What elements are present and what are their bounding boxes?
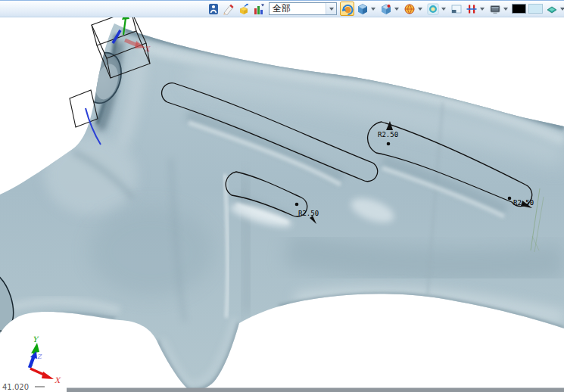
sketch-point[interactable] bbox=[295, 203, 299, 207]
face-color-blue-swatch[interactable] bbox=[528, 4, 543, 14]
shaded-view-icon[interactable] bbox=[379, 2, 393, 16]
material-gem-icon[interactable] bbox=[544, 2, 559, 16]
edge-color-black-swatch[interactable] bbox=[512, 4, 526, 14]
extrude-box-icon[interactable] bbox=[236, 2, 251, 16]
status-readout: 41.020 bbox=[2, 383, 29, 391]
triad-y-label: Y bbox=[33, 335, 39, 344]
selection-filter-value: 全部 bbox=[270, 2, 326, 15]
material-gem-dropdown[interactable] bbox=[560, 8, 564, 11]
cad-application-window: Y X R2.50 R2.50 bbox=[0, 0, 564, 392]
clip-section-icon[interactable] bbox=[464, 2, 478, 16]
wcs-triad[interactable]: Y Z X bbox=[30, 335, 61, 384]
radius-dimension-text[interactable]: R2.50 bbox=[513, 199, 534, 207]
render-style-ring-icon[interactable] bbox=[425, 2, 440, 16]
display-monitor-icon[interactable] bbox=[488, 2, 502, 16]
graphics-viewport[interactable]: Y X R2.50 R2.50 bbox=[0, 0, 564, 392]
sketch-point[interactable] bbox=[508, 197, 512, 201]
wireframe-view-dropdown[interactable] bbox=[418, 8, 422, 11]
radius-dimension-text[interactable]: R2.50 bbox=[378, 131, 398, 138]
show-hide-window-icon[interactable] bbox=[449, 2, 463, 16]
triad-x-label: X bbox=[55, 376, 61, 384]
triad-z-label: Z bbox=[37, 353, 42, 360]
triad-y-arrowhead bbox=[31, 343, 39, 353]
role-person-icon[interactable] bbox=[206, 2, 220, 16]
shaded-view-dropdown[interactable] bbox=[394, 8, 399, 11]
sort-columns-icon[interactable] bbox=[251, 2, 266, 16]
selection-filter-combobox[interactable]: 全部 bbox=[269, 2, 337, 15]
top-toolbar: 全部 bbox=[0, 0, 564, 17]
display-monitor-dropdown[interactable] bbox=[503, 8, 508, 11]
radius-dimension-text[interactable]: R2.50 bbox=[298, 210, 319, 217]
isometric-view-icon[interactable] bbox=[355, 2, 369, 16]
clip-section-dropdown[interactable] bbox=[480, 8, 485, 11]
chevron-down-icon bbox=[329, 8, 334, 11]
render-style-dropdown[interactable] bbox=[441, 8, 446, 11]
isometric-view-dropdown[interactable] bbox=[371, 8, 375, 11]
triad-x-arrowhead bbox=[42, 372, 54, 379]
orient-view-icon[interactable] bbox=[340, 2, 354, 16]
sketch-point[interactable] bbox=[387, 142, 391, 146]
pencil-erase-icon[interactable] bbox=[221, 2, 235, 16]
wireframe-view-icon[interactable] bbox=[402, 2, 416, 16]
selection-filter-dropdown[interactable] bbox=[326, 3, 336, 14]
bottom-window-bar bbox=[67, 388, 564, 392]
